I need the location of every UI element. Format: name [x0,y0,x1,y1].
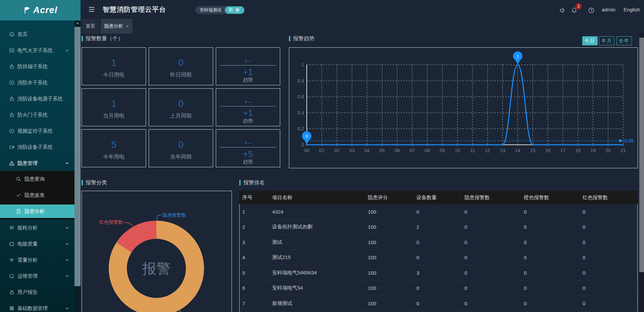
sidebar-item-label: 需量分析 [17,257,38,263]
sidebar-item-11[interactable]: 需量分析 [0,253,75,267]
sidebar-subitem-隐患分析[interactable]: 隐患分析 [0,205,75,218]
stat-card-4: 0上月同期 [149,88,213,126]
trend-range-today-button[interactable]: 今日 [582,36,598,45]
svg-text:15: 15 [530,148,536,153]
table-header-cell: 项目名称 [272,194,368,201]
sliders-icon [9,225,14,230]
warning-icon [9,161,14,166]
sidebar-item-14[interactable]: 基础数据管理 [0,302,75,312]
sidebar-item-0[interactable]: 首页 [0,28,75,41]
project-switcher[interactable]: 安科瑞测试 切 换 [195,6,245,14]
sidebar-scrollbar-thumb[interactable] [75,27,81,286]
tab-hidden-danger-analysis[interactable]: 隐患分析 ✕ [101,19,133,34]
stat-value: 1 [82,56,146,69]
stat-value: 0 [149,138,213,151]
monitor-icon [9,273,14,279]
sidebar-item-label: 防火门子系统 [17,112,48,118]
header: 智慧消防管理云平台 安科瑞测试 切 换 2 admin English [81,0,644,19]
sidebar-item-label: 电能质量 [17,241,38,247]
svg-text:06: 06 [395,148,400,153]
sidebar-subitem-隐患派发[interactable]: 隐患派发 [0,188,75,202]
stat-value: 0 [149,97,213,110]
table-cell: 100 [368,224,416,230]
collapse-menu-icon[interactable] [88,6,95,13]
sidebar-item-4[interactable]: 消防设备电源子系统 [0,92,75,105]
table-cell: 0 [524,285,583,291]
brand-flag-icon [23,6,32,15]
table-header-cell: 设备数量 [416,194,464,201]
trend-range-year-button[interactable]: 全年 [616,36,632,45]
help-icon[interactable] [588,7,595,14]
svg-text:0.8: 0.8 [298,78,304,84]
table-row-7[interactable]: 7新增测试1000000 [239,296,638,311]
stat-card-6: 5今年用电 [82,129,146,167]
sidebar-item-13[interactable]: 用户报告 [0,285,75,299]
table-row-3[interactable]: 3测试1000000 [239,235,638,250]
table-cell: 0 [583,255,638,260]
svg-text:07: 07 [410,148,415,153]
table-cell: 100 [368,239,416,245]
lock-icon [9,289,14,295]
sidebar-item-3[interactable]: 消防水子系统 [0,76,75,89]
tab-home[interactable]: 首页 [82,19,99,34]
table-row-5[interactable]: 5安科瑞电气54656341003000 [239,265,638,281]
trend-line-chart: 00.20.40.60.8100010203040506070809101112… [289,48,638,168]
trend-divider [220,147,276,147]
svg-text:05: 05 [380,148,385,153]
sidebar-item-10[interactable]: 电能质量 [0,237,75,251]
section-title-alarm-rank: 报警排名 [239,180,265,186]
alarm-count-cards: 1今日用电0昨日同期+--+1趋势1当月用电0上月同期+--+1趋势5今年用电0… [82,47,280,167]
sidebar-subitem-隐患查询[interactable]: 隐患查询 [0,172,75,186]
sidebar-subitem-label: 隐患查询 [24,176,45,182]
grid-icon [9,306,14,311]
table-row-6[interactable]: 6安科瑞电气541000000 [239,281,638,296]
table-cell: 0 [416,239,464,245]
page-scrollbar[interactable] [639,34,644,312]
table-cell: 0 [464,301,524,306]
sidebar-item-label: 视频监控子系统 [17,128,53,134]
svg-text:14: 14 [515,148,521,153]
table-cell: 0 [583,285,638,291]
table-cell: 0 [464,209,524,215]
speaker-icon[interactable] [559,7,566,14]
sidebar-item-12[interactable]: 运维管理 [0,269,75,283]
table-row-1[interactable]: 143241000000 [239,204,638,220]
sidebar-item-9[interactable]: 能耗分析 [0,221,75,234]
svg-text:17: 17 [560,148,566,153]
user-menu[interactable]: admin [602,0,615,19]
alarm-trend-panel: 00.20.40.60.8100010203040506070809101112… [289,47,638,168]
language-switcher[interactable]: English [624,0,640,19]
svg-text:1: 1 [516,54,519,59]
sidebar-item-1[interactable]: 电气火灾子系统 [0,44,75,57]
table-cell: 100 [368,285,416,291]
page-scrollbar-thumb[interactable] [639,38,644,272]
sidebar-item-label: 基础数据管理 [17,305,48,312]
svg-text:1: 1 [301,62,304,68]
table-cell: 0 [524,239,583,245]
tab-close-icon[interactable]: ✕ [126,24,129,29]
lock-icon [9,96,14,101]
sidebar-item-7[interactable]: 消防设备子系统 [0,140,75,154]
sidebar-item-label: 用户报告 [17,289,38,296]
table-row-4[interactable]: 4测试2151000000 [239,250,638,266]
donut-label-red: 红色报警数 [99,219,123,225]
sidebar-item-label: 能耗分析 [17,225,38,231]
page-title: 智慧消防管理云平台 [103,0,166,19]
sidebar-item-8[interactable]: 隐患管理 [0,157,75,170]
project-name: 安科瑞测试 [200,7,221,13]
svg-text:12: 12 [485,148,490,153]
sidebar-item-5[interactable]: 防火门子系统 [0,108,75,122]
sidebar-scrollbar[interactable] [75,20,81,312]
stat-value: 5 [82,138,146,151]
table-cell: 0 [464,239,524,245]
stat-label: 昨日同期 [149,71,213,79]
stat-value: 0 [149,56,213,69]
switch-project-button[interactable]: 切 换 [225,6,244,14]
sidebar-item-label: 首页 [17,31,28,38]
trend-range-month-button[interactable]: 本月 [599,36,614,45]
table-cell: 4324 [272,209,368,215]
table-row-2[interactable]: 2设备拓扑测试勿删1002000 [239,220,638,235]
sidebar-item-2[interactable]: 防排烟子系统 [0,60,75,73]
trend-divider [220,106,276,106]
sidebar-item-6[interactable]: 视频监控子系统 [0,124,75,138]
